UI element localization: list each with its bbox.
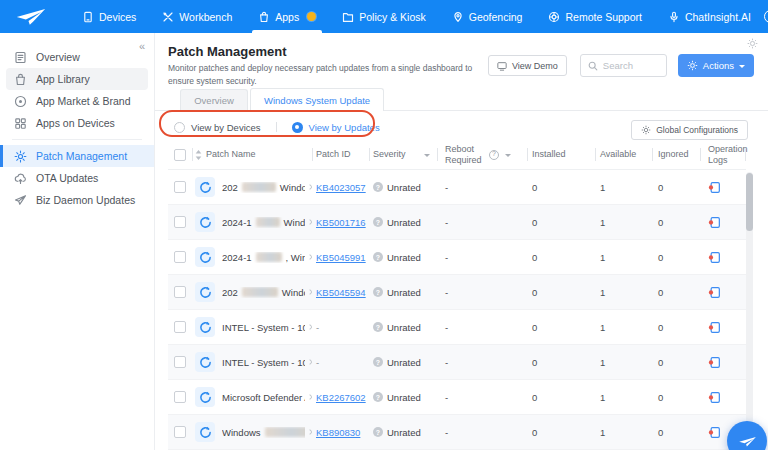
apps-icon: [258, 11, 270, 23]
refresh-icon[interactable]: [195, 212, 215, 232]
operation-logs-icon[interactable]: [708, 181, 721, 194]
view-demo-button[interactable]: View Demo: [488, 55, 567, 76]
row-checkbox[interactable]: [174, 321, 186, 333]
patch-id-link[interactable]: KB4023057: [316, 182, 366, 193]
scrollbar-track[interactable]: [746, 172, 753, 448]
reboot-required-value: -: [445, 357, 448, 368]
sidebar-item-label: Apps on Devices: [36, 117, 115, 129]
refresh-icon[interactable]: [195, 422, 215, 442]
row-checkbox[interactable]: [174, 356, 186, 368]
refresh-icon[interactable]: [195, 177, 215, 197]
search-input[interactable]: [603, 60, 659, 71]
available-value: 1: [600, 217, 605, 228]
view-demo-label: View Demo: [512, 61, 558, 71]
select-all-checkbox[interactable]: [174, 149, 186, 161]
refresh-icon[interactable]: [195, 352, 215, 372]
refresh-icon[interactable]: [195, 247, 215, 267]
patch-id-link[interactable]: KB5045991: [316, 252, 366, 263]
severity-value: Unrated: [387, 217, 421, 228]
operation-logs-icon[interactable]: [708, 356, 721, 369]
sidebar-item-biz-daemon-updates[interactable]: Biz Daemon Updates: [0, 189, 154, 211]
nav-item-label: ChatInsight.AI: [685, 11, 751, 23]
redacted-text: [242, 287, 278, 297]
row-checkbox[interactable]: [174, 426, 186, 438]
patch-id-link[interactable]: KB5045594: [316, 287, 366, 298]
airdroid-assistant-button[interactable]: [727, 421, 767, 450]
notification-badge: [307, 12, 316, 21]
row-checkbox[interactable]: [174, 286, 186, 298]
available-value: 1: [600, 182, 605, 193]
radio-view-by-updates[interactable]: View by Updates: [286, 122, 386, 133]
reboot-required-value: -: [445, 322, 448, 333]
installed-value: 0: [532, 322, 537, 333]
patch-management-icon: [14, 150, 27, 163]
nav-item-apps[interactable]: Apps: [245, 0, 329, 33]
nav-item-label: Apps: [275, 11, 299, 23]
info-icon[interactable]: [489, 150, 499, 160]
nav-item-remote-support[interactable]: Remote Support: [535, 0, 654, 33]
nav-item-chatinsight-ai[interactable]: ChatInsight.AI: [655, 0, 764, 33]
unrated-icon: [373, 252, 383, 262]
operation-logs-icon[interactable]: [708, 286, 721, 299]
refresh-icon[interactable]: [195, 387, 215, 407]
nav-item-geofencing[interactable]: Geofencing: [439, 0, 536, 33]
patch-name: Windows...: [222, 427, 305, 438]
airdroid-logo-icon[interactable]: [13, 7, 47, 26]
patch-id-link[interactable]: KB5001716: [316, 217, 366, 228]
nav-item-workbench[interactable]: Workbench: [149, 0, 245, 33]
sidebar-item-label: Biz Daemon Updates: [36, 194, 135, 206]
page-header: Patch Management Monitor patches and dep…: [155, 33, 768, 88]
sidebar-items: OverviewApp LibraryApp Market & BrandApp…: [0, 46, 154, 211]
radio-view-by-devices[interactable]: View by Devices: [168, 122, 267, 133]
filter-caret-icon[interactable]: [424, 154, 430, 160]
redacted-text: [256, 217, 280, 227]
refresh-icon[interactable]: [195, 282, 215, 302]
row-checkbox[interactable]: [174, 181, 186, 193]
biz-daemon-icon: [14, 194, 27, 207]
refresh-icon[interactable]: [195, 317, 215, 337]
row-checkbox[interactable]: [174, 251, 186, 263]
table-row: INTEL - System - 10/3/...-Unrated-010: [168, 345, 746, 380]
ignored-value: 0: [658, 392, 663, 403]
sidebar-item-app-library[interactable]: App Library: [6, 68, 148, 90]
row-checkbox[interactable]: [174, 391, 186, 403]
scrollbar-thumb[interactable]: [746, 173, 753, 231]
operation-logs-icon[interactable]: [708, 391, 721, 404]
row-checkbox[interactable]: [174, 216, 186, 228]
unrated-icon: [373, 392, 383, 402]
nav-item-label: Remote Support: [565, 11, 641, 23]
nav-item-policy-kiosk[interactable]: Policy & Kiosk: [329, 0, 439, 33]
patch-id-link[interactable]: KB2267602: [316, 392, 366, 403]
sidebar-item-ota-updates[interactable]: OTA Updates: [0, 167, 154, 189]
sidebar-item-app-market-brand[interactable]: App Market & Brand: [0, 90, 154, 112]
search-box: [580, 54, 667, 77]
operation-logs-icon[interactable]: [708, 251, 721, 264]
nav-item-devices[interactable]: Devices: [69, 0, 149, 33]
table-row: 2024-1, Windo...KB5045991Unrated-010: [168, 240, 746, 275]
sidebar-item-label: OTA Updates: [36, 172, 98, 184]
actions-label: Actions: [703, 60, 734, 71]
operation-logs-icon[interactable]: [708, 216, 721, 229]
help-icon[interactable]: [764, 10, 768, 23]
reboot-required-value: -: [445, 217, 448, 228]
global-configurations-button[interactable]: Global Configurations: [631, 120, 748, 140]
available-value: 1: [600, 427, 605, 438]
operation-logs-icon[interactable]: [708, 426, 721, 439]
ignored-value: 0: [658, 427, 663, 438]
sidebar-item-apps-on-devices[interactable]: Apps on Devices: [0, 112, 154, 134]
tab-overview[interactable]: Overview: [180, 89, 248, 111]
available-value: 1: [600, 252, 605, 263]
tab-windows-system-update[interactable]: Windows System Update: [250, 88, 384, 111]
actions-button[interactable]: Actions: [678, 54, 754, 77]
available-value: 1: [600, 392, 605, 403]
sidebar-item-patch-management[interactable]: Patch Management: [0, 145, 154, 167]
reboot-required-value: -: [445, 427, 448, 438]
sidebar-item-overview[interactable]: Overview: [0, 46, 154, 68]
sort-icon[interactable]: [195, 150, 202, 160]
operation-logs-icon[interactable]: [708, 321, 721, 334]
workbench-icon: [162, 11, 174, 23]
patch-id-link[interactable]: KB890830: [316, 427, 360, 438]
filter-caret-icon[interactable]: [505, 154, 511, 160]
redacted-text: [256, 252, 282, 262]
table-row: 202Windows ...KB5045594Unrated-010: [168, 275, 746, 310]
